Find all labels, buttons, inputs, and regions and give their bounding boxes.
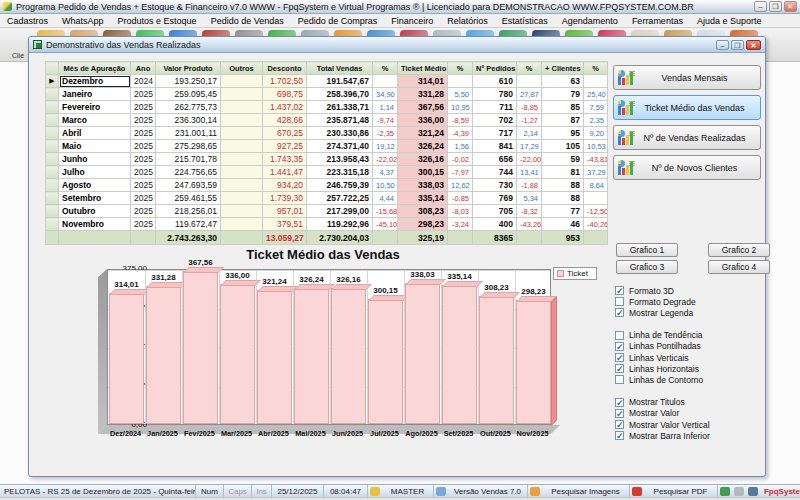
- cell-pedidos[interactable]: 656: [473, 153, 517, 166]
- cell-ticket[interactable]: 308,23: [398, 205, 448, 218]
- menu-item-produtos-e-estoque[interactable]: Produtos e Estoque: [111, 16, 204, 26]
- menu-item-ajuda-e-suporte[interactable]: Ajuda e Suporte: [690, 16, 769, 26]
- cell-mes[interactable]: Dezembro: [59, 75, 131, 88]
- cell-ano[interactable]: 2024: [131, 75, 156, 88]
- cell-p_total[interactable]: 4,37: [373, 166, 398, 179]
- cell-mes[interactable]: Junho: [59, 153, 131, 166]
- cell-p_total[interactable]: 4,44: [373, 192, 398, 205]
- cell-outros[interactable]: [221, 166, 263, 179]
- cell-p_pedidos[interactable]: -8,32: [517, 205, 542, 218]
- cell-p_pedidos[interactable]: 2,14: [517, 127, 542, 140]
- cell-pedidos[interactable]: 841: [473, 140, 517, 153]
- checkbox-formato-3d[interactable]: ✓Formato 3D: [615, 285, 674, 296]
- cell-ticket[interactable]: 367,56: [398, 101, 448, 114]
- cell-outros[interactable]: [221, 101, 263, 114]
- menu-item-pedido-de-vendas[interactable]: Pedido de Vendas: [204, 16, 291, 26]
- side-button-vendas-mensais[interactable]: Vendas Mensais: [613, 65, 761, 90]
- cell-mes[interactable]: Agosto: [59, 179, 131, 192]
- cell-mes[interactable]: Marco: [59, 114, 131, 127]
- button-grafico-1[interactable]: Grafico 1: [616, 243, 678, 257]
- cell-pedidos[interactable]: 769: [473, 192, 517, 205]
- cell-p_pedidos[interactable]: 5,34: [517, 192, 542, 205]
- cell-p_total[interactable]: -45,10: [373, 218, 398, 231]
- cell-desconto[interactable]: 1.702,50: [263, 75, 307, 88]
- cell-ticket[interactable]: 338,03: [398, 179, 448, 192]
- checkbox-mostrar-titulos[interactable]: ✓Mostrar Titulos: [615, 397, 685, 408]
- checkbox-linhas-de-contorno[interactable]: Linhas de Contorno: [615, 374, 703, 385]
- cell-mes[interactable]: Fevereiro: [59, 101, 131, 114]
- cell-total[interactable]: 230.330,86: [307, 127, 373, 140]
- cell-clientes[interactable]: 95: [542, 127, 584, 140]
- cell-outros[interactable]: [221, 192, 263, 205]
- cell-desconto[interactable]: 1.743,35: [263, 153, 307, 166]
- cell-p_ticket[interactable]: -4,39: [448, 127, 473, 140]
- cell-p_pedidos[interactable]: 17,29: [517, 140, 542, 153]
- cell-clientes[interactable]: 88: [542, 179, 584, 192]
- cell-p_total[interactable]: 19,12: [373, 140, 398, 153]
- cell-ticket[interactable]: 336,00: [398, 114, 448, 127]
- cell-desconto[interactable]: 1.437,02: [263, 101, 307, 114]
- checkbox-mostrar-valor-vertical[interactable]: ✓Mostrar Valor Vertical: [615, 419, 710, 430]
- cell-p_clientes[interactable]: 8,64: [584, 179, 608, 192]
- cell-outros[interactable]: [221, 218, 263, 231]
- cell-desconto[interactable]: 1.739,30: [263, 192, 307, 205]
- cell-p_pedidos[interactable]: 13,41: [517, 166, 542, 179]
- restore-button[interactable]: ❐: [769, 1, 782, 12]
- cell-pedidos[interactable]: 780: [473, 88, 517, 101]
- cell-ano[interactable]: 2025: [131, 114, 156, 127]
- cell-desconto[interactable]: 927,25: [263, 140, 307, 153]
- menu-item-ferramentas[interactable]: Ferramentas: [625, 16, 690, 26]
- cell-total[interactable]: 119.292,96: [307, 218, 373, 231]
- cell-ticket[interactable]: 300,15: [398, 166, 448, 179]
- cell-p_total[interactable]: [373, 75, 398, 88]
- cell-mes[interactable]: Janeiro: [59, 88, 131, 101]
- cell-ano[interactable]: 2025: [131, 166, 156, 179]
- dialog-minimize-button[interactable]: –: [716, 40, 729, 50]
- cell-p_ticket[interactable]: -0,85: [448, 192, 473, 205]
- cell-total[interactable]: 257.722,25: [307, 192, 373, 205]
- button-grafico-4[interactable]: Grafico 4: [708, 260, 770, 274]
- cell-p_ticket[interactable]: 10,95: [448, 101, 473, 114]
- cell-desconto[interactable]: 379,51: [263, 218, 307, 231]
- search-images-button[interactable]: Pesquisar Imagens: [542, 485, 630, 497]
- cell-mes[interactable]: Abril: [59, 127, 131, 140]
- cell-valor[interactable]: 215.701,78: [156, 153, 221, 166]
- cell-total[interactable]: 246.759,39: [307, 179, 373, 192]
- cell-mes[interactable]: Novembro: [59, 218, 131, 231]
- cell-p_ticket[interactable]: -7,97: [448, 166, 473, 179]
- cell-ticket[interactable]: 331,28: [398, 88, 448, 101]
- cell-p_total[interactable]: -15,68: [373, 205, 398, 218]
- cell-p_total[interactable]: 10,50: [373, 179, 398, 192]
- cell-p_pedidos[interactable]: -8,85: [517, 101, 542, 114]
- checkbox-mostrar-valor[interactable]: ✓Mostrar Valor: [615, 408, 679, 419]
- cell-p_clientes[interactable]: -12,50: [584, 205, 608, 218]
- cell-clientes[interactable]: 46: [542, 218, 584, 231]
- checkbox-formato-degrade[interactable]: Formato Degrade: [615, 296, 696, 307]
- cell-ano[interactable]: 2025: [131, 218, 156, 231]
- cell-total[interactable]: 223.315,18: [307, 166, 373, 179]
- cell-ticket[interactable]: 298,23: [398, 218, 448, 231]
- cell-desconto[interactable]: 957,01: [263, 205, 307, 218]
- cell-p_ticket[interactable]: [448, 75, 473, 88]
- cell-desconto[interactable]: 1.441,47: [263, 166, 307, 179]
- cell-clientes[interactable]: 79: [542, 88, 584, 101]
- cell-pedidos[interactable]: 711: [473, 101, 517, 114]
- cell-p_ticket[interactable]: -8,59: [448, 114, 473, 127]
- cell-mes[interactable]: Maio: [59, 140, 131, 153]
- cell-ano[interactable]: 2025: [131, 179, 156, 192]
- cell-p_ticket[interactable]: 5,50: [448, 88, 473, 101]
- cell-pedidos[interactable]: 610: [473, 75, 517, 88]
- checkbox-linha-de-tend-ncia[interactable]: Linha de Tendência: [615, 330, 703, 341]
- cell-outros[interactable]: [221, 153, 263, 166]
- side-button-ticket-m-dio-das-vendas[interactable]: Ticket Médio das Vendas: [613, 95, 761, 120]
- cell-ano[interactable]: 2025: [131, 192, 156, 205]
- cell-ano[interactable]: 2025: [131, 127, 156, 140]
- cell-p_pedidos[interactable]: [517, 75, 542, 88]
- cell-mes[interactable]: Outubro: [59, 205, 131, 218]
- cell-clientes[interactable]: 105: [542, 140, 584, 153]
- cell-pedidos[interactable]: 744: [473, 166, 517, 179]
- cell-p_clientes[interactable]: -43,81: [584, 153, 608, 166]
- cell-p_pedidos[interactable]: -1,27: [517, 114, 542, 127]
- menu-item-financeiro[interactable]: Financeiro: [384, 16, 440, 26]
- cell-ano[interactable]: 2025: [131, 153, 156, 166]
